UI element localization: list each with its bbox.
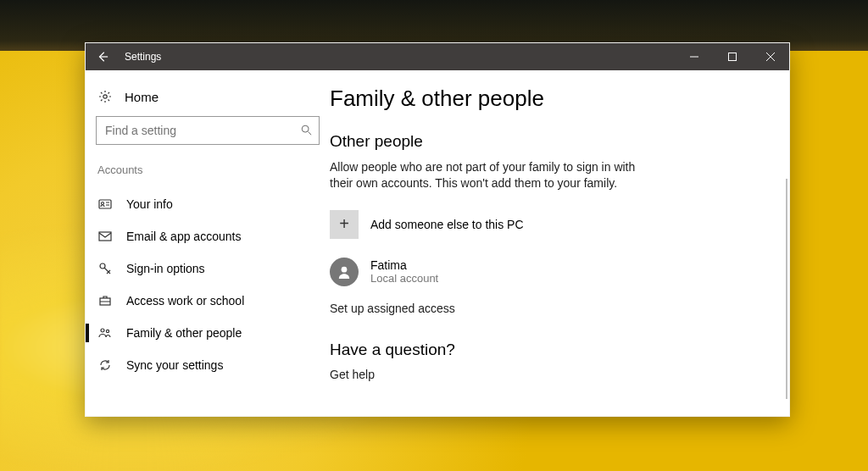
close-button[interactable]	[751, 43, 789, 70]
sync-icon	[97, 357, 113, 373]
arrow-left-icon	[97, 51, 108, 63]
svg-rect-0	[728, 53, 736, 61]
briefcase-icon	[97, 293, 113, 308]
add-someone-button[interactable]: + Add someone else to this PC	[330, 210, 755, 239]
svg-rect-5	[99, 232, 111, 241]
svg-point-8	[101, 329, 104, 332]
svg-rect-3	[99, 200, 111, 208]
svg-point-2	[302, 125, 309, 132]
person-icon	[337, 264, 352, 280]
plus-icon: +	[330, 210, 359, 239]
user-entry[interactable]: Fatima Local account	[330, 258, 755, 286]
sidebar-item-label: Email & app accounts	[126, 230, 241, 243]
user-account-type: Local account	[370, 272, 438, 285]
sidebar-item-sign-in-options[interactable]: Sign-in options	[96, 252, 320, 285]
svg-point-4	[102, 202, 104, 205]
add-someone-label: Add someone else to this PC	[370, 218, 524, 231]
svg-point-1	[103, 95, 107, 98]
user-name: Fatima	[370, 258, 438, 272]
sidebar-item-email-accounts[interactable]: Email & app accounts	[96, 220, 320, 252]
maximize-icon	[728, 53, 737, 61]
other-people-heading: Other people	[330, 132, 755, 151]
home-label: Home	[125, 90, 159, 104]
scrollbar[interactable]	[786, 179, 787, 399]
key-icon	[97, 261, 113, 276]
maximize-button[interactable]	[713, 43, 751, 70]
avatar	[330, 258, 359, 286]
mail-icon	[97, 229, 113, 244]
minimize-button[interactable]	[675, 43, 713, 70]
search-box[interactable]	[96, 116, 320, 145]
window-title: Settings	[120, 51, 161, 63]
search-icon	[300, 124, 312, 138]
sidebar: Home Accounts Your info Email & app	[86, 70, 330, 416]
page-title: Family & other people	[330, 86, 755, 112]
svg-point-10	[342, 267, 348, 273]
question-heading: Have a question?	[330, 341, 755, 359]
sidebar-item-sync-settings[interactable]: Sync your settings	[96, 349, 320, 381]
sidebar-item-label: Sync your settings	[126, 358, 223, 372]
sidebar-item-label: Sign-in options	[126, 262, 205, 275]
minimize-icon	[690, 53, 698, 61]
svg-point-9	[106, 330, 108, 332]
settings-window: Settings Home	[85, 42, 790, 417]
people-icon	[97, 325, 113, 341]
content-area: Family & other people Other people Allow…	[330, 70, 789, 416]
other-people-description: Allow people who are not part of your fa…	[330, 159, 652, 191]
sidebar-item-family-other-people[interactable]: Family & other people	[96, 317, 320, 349]
gear-icon	[97, 89, 113, 104]
titlebar: Settings	[86, 43, 789, 70]
sidebar-item-label: Family & other people	[126, 326, 242, 340]
sidebar-section-label: Accounts	[97, 163, 320, 176]
sidebar-item-access-work[interactable]: Access work or school	[96, 285, 320, 317]
sidebar-item-your-info[interactable]: Your info	[96, 188, 320, 220]
sidebar-item-label: Access work or school	[126, 294, 244, 308]
home-nav[interactable]: Home	[96, 86, 320, 116]
get-help-link[interactable]: Get help	[330, 368, 755, 381]
close-icon	[766, 53, 775, 61]
sidebar-item-label: Your info	[126, 197, 173, 211]
assigned-access-link[interactable]: Set up assigned access	[330, 302, 755, 315]
search-input[interactable]	[103, 123, 300, 138]
back-button[interactable]	[86, 43, 120, 70]
id-card-icon	[97, 197, 113, 212]
